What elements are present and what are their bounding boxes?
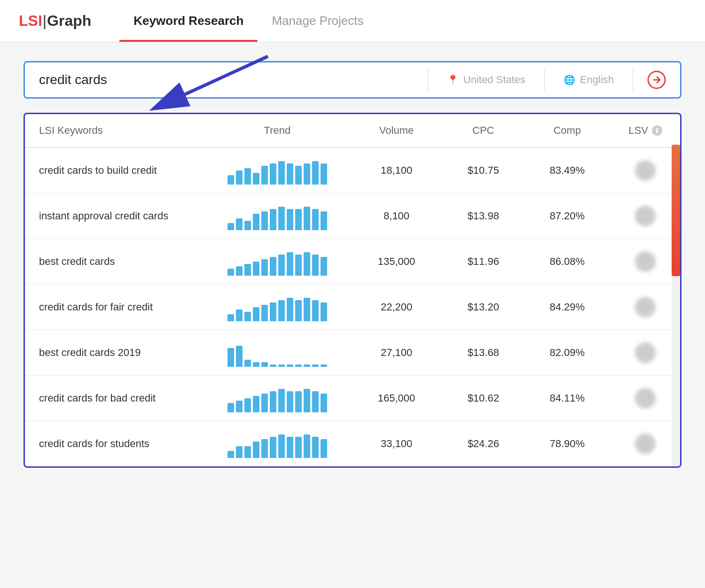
tab-keyword-research[interactable]: Keyword Research [119,0,258,42]
table-row[interactable]: credit cards for fair credit22,200$13.20… [25,285,680,330]
volume-cell: 27,100 [350,330,443,376]
logo-pipe: | [43,12,47,30]
volume-cell: 135,000 [350,239,443,285]
trend-cell [204,285,350,330]
col-header-comp: Comp [524,114,611,147]
globe-icon: 🌐 [564,74,575,85]
cpc-cell: $10.62 [443,376,524,421]
lsv-cell [611,239,680,285]
keyword-cell: credit cards for fair credit [25,285,204,330]
submit-icon [647,70,666,89]
search-bar: 📍 United States 🌐 English [24,61,682,99]
search-submit-button[interactable] [633,70,680,89]
comp-cell: 87.20% [524,193,611,239]
col-header-trend: Trend [204,114,350,147]
logo-lsi: LSI [19,12,42,30]
cpc-cell: $10.75 [443,147,524,193]
keyword-cell: best credit cards [25,239,204,285]
col-header-keyword: LSI Keywords [25,114,204,147]
results-table: LSI Keywords Trend Volume CPC Comp [25,114,680,466]
keyword-cell: credit cards to build credit [25,147,204,193]
table-row[interactable]: instant approval credit cards8,100$13.98… [25,193,680,239]
comp-cell: 86.08% [524,239,611,285]
col-header-lsv: LSV ℹ [611,114,680,147]
table-row[interactable]: credit cards to build credit18,100$10.75… [25,147,680,193]
volume-cell: 33,100 [350,421,443,467]
nav-bar: LSI | Graph Keyword Research Manage Proj… [0,0,705,42]
lsv-cell [611,330,680,376]
search-language[interactable]: 🌐 English [545,74,633,86]
cpc-cell: $13.68 [443,330,524,376]
scroll-thumb[interactable] [672,145,680,276]
col-header-volume: Volume [350,114,443,147]
cpc-cell: $13.98 [443,193,524,239]
lsv-cell [611,285,680,330]
nav-tabs: Keyword Research Manage Projects [119,0,377,42]
trend-cell [204,376,350,421]
volume-cell: 165,000 [350,376,443,421]
table-row[interactable]: best credit cards 201927,100$13.6882.09% [25,330,680,376]
comp-cell: 78.90% [524,421,611,467]
logo: LSI | Graph [19,12,91,30]
search-location[interactable]: 📍 United States [428,74,544,86]
trend-cell [204,239,350,285]
cpc-cell: $13.20 [443,285,524,330]
tab-manage-projects[interactable]: Manage Projects [258,0,377,42]
lsv-cell [611,421,680,467]
cpc-cell: $24.26 [443,421,524,467]
table-row[interactable]: best credit cards135,000$11.9686.08% [25,239,680,285]
comp-cell: 84.29% [524,285,611,330]
table-row[interactable]: credit cards for bad credit165,000$10.62… [25,376,680,421]
comp-cell: 82.09% [524,330,611,376]
trend-cell [204,330,350,376]
volume-cell: 8,100 [350,193,443,239]
cpc-cell: $11.96 [443,239,524,285]
lsv-info-icon[interactable]: ℹ [652,125,662,136]
keyword-cell: credit cards for bad credit [25,376,204,421]
logo-graph: Graph [47,12,91,30]
keyword-cell: best credit cards 2019 [25,330,204,376]
trend-cell [204,421,350,467]
comp-cell: 84.11% [524,376,611,421]
lsv-cell [611,147,680,193]
scrollbar[interactable] [672,145,680,466]
table-header-row: LSI Keywords Trend Volume CPC Comp [25,114,680,147]
main-content: 📍 United States 🌐 English [0,42,705,588]
location-pin-icon: 📍 [447,74,459,85]
trend-cell [204,193,350,239]
volume-cell: 22,200 [350,285,443,330]
table-row[interactable]: credit cards for students33,100$24.2678.… [25,421,680,467]
volume-cell: 18,100 [350,147,443,193]
results-table-wrapper: LSI Keywords Trend Volume CPC Comp [24,113,682,468]
keyword-cell: credit cards for students [25,421,204,467]
col-header-cpc: CPC [443,114,524,147]
lsv-cell [611,376,680,421]
comp-cell: 83.49% [524,147,611,193]
search-input[interactable] [25,72,428,87]
trend-cell [204,147,350,193]
lsv-cell [611,193,680,239]
keyword-cell: instant approval credit cards [25,193,204,239]
